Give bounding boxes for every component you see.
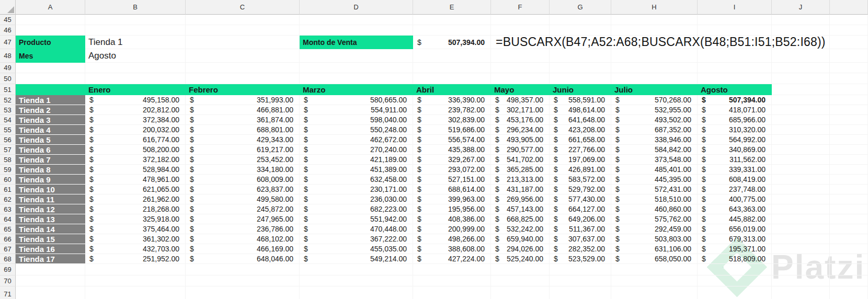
- cell-F48[interactable]: [491, 49, 550, 63]
- cell-C66[interactable]: $468,102.00: [186, 234, 300, 244]
- store-label-A62[interactable]: Tienda 11: [16, 194, 85, 204]
- row-header-45[interactable]: 45: [0, 15, 16, 25]
- cell-I68[interactable]: $518,809.00: [698, 254, 772, 264]
- cell-E55[interactable]: $519,686.00: [413, 125, 491, 135]
- cell-E50[interactable]: [413, 73, 491, 84]
- cell-H60[interactable]: $445,395.00: [611, 175, 698, 185]
- cell-J46[interactable]: [772, 25, 830, 36]
- column-header-F[interactable]: F: [491, 0, 550, 15]
- cell-C69[interactable]: [186, 264, 300, 275]
- cell-H54[interactable]: $493,502.00: [611, 115, 698, 125]
- cell-G59[interactable]: $426,891.00: [550, 165, 611, 175]
- cell-G55[interactable]: $423,208.00: [550, 125, 611, 135]
- cell-J49[interactable]: [772, 63, 830, 73]
- cell-I71[interactable]: [698, 286, 772, 299]
- cell-G66[interactable]: $307,637.00: [550, 234, 611, 244]
- cell-F59[interactable]: $365,285.00: [491, 165, 550, 175]
- store-label-A58[interactable]: Tienda 7: [16, 155, 85, 165]
- cell-D62[interactable]: $236,030.00: [300, 194, 413, 204]
- cell-H58[interactable]: $373,548.00: [611, 155, 698, 165]
- cell-B46[interactable]: [85, 25, 186, 36]
- cell-E65[interactable]: $200,999.00: [413, 224, 491, 234]
- row-header-52[interactable]: 52: [0, 95, 16, 105]
- cell-B48[interactable]: Agosto: [85, 49, 186, 63]
- cell-C57[interactable]: $619,217.00: [186, 145, 300, 155]
- store-label-A60[interactable]: Tienda 9: [16, 175, 85, 185]
- store-label-A55[interactable]: Tienda 4: [16, 125, 85, 135]
- row-header-57[interactable]: 57: [0, 145, 16, 155]
- cell-I49[interactable]: [698, 63, 772, 73]
- store-label-A59[interactable]: Tienda 8: [16, 165, 85, 175]
- cell-J71[interactable]: [772, 286, 830, 299]
- cell-F58[interactable]: $541,702.00: [491, 155, 550, 165]
- cell-D58[interactable]: $421,189.00: [300, 155, 413, 165]
- cell-C62[interactable]: $499,580.00: [186, 194, 300, 204]
- cell-F64[interactable]: $668,825.00: [491, 214, 550, 224]
- cell-C67[interactable]: $466,169.00: [186, 244, 300, 254]
- cell-J50[interactable]: [772, 73, 830, 84]
- cell-H52[interactable]: $570,268.00: [611, 95, 698, 105]
- row-header-48[interactable]: 48: [0, 49, 16, 63]
- cell-G60[interactable]: $583,572.00: [550, 175, 611, 185]
- column-header-H[interactable]: H: [611, 0, 698, 15]
- cell-E53[interactable]: $239,782.00: [413, 105, 491, 115]
- cell-B45[interactable]: [85, 15, 186, 25]
- cell-B52[interactable]: $495,158.00: [85, 95, 186, 105]
- month-header-I51[interactable]: Agosto: [698, 84, 772, 95]
- cell-G50[interactable]: [550, 73, 611, 84]
- cell-B59[interactable]: $528,984.00: [85, 165, 186, 175]
- cell-I67[interactable]: $195,371.00: [698, 244, 772, 254]
- store-label-A57[interactable]: Tienda 6: [16, 145, 85, 155]
- cell-C50[interactable]: [186, 73, 300, 84]
- cell-F62[interactable]: $269,956.00: [491, 194, 550, 204]
- cell-E59[interactable]: $293,072.00: [413, 165, 491, 175]
- cell-I69[interactable]: [698, 264, 772, 275]
- cell-C71[interactable]: [186, 286, 300, 299]
- row-header-61[interactable]: 61: [0, 185, 16, 194]
- cell-C58[interactable]: $253,452.00: [186, 155, 300, 165]
- cell-G64[interactable]: $649,206.00: [550, 214, 611, 224]
- column-header-E[interactable]: E: [413, 0, 491, 15]
- cell-I65[interactable]: $656,019.00: [698, 224, 772, 234]
- cell-H68[interactable]: $658,050.00: [611, 254, 698, 264]
- cell-B62[interactable]: $261,962.00: [85, 194, 186, 204]
- cell-E68[interactable]: $427,224.00: [413, 254, 491, 264]
- cell-B54[interactable]: $372,384.00: [85, 115, 186, 125]
- cell-D64[interactable]: $551,942.00: [300, 214, 413, 224]
- row-header-51[interactable]: 51: [0, 84, 16, 95]
- row-header-65[interactable]: 65: [0, 224, 16, 234]
- cell-G49[interactable]: [550, 63, 611, 73]
- cell-E71[interactable]: [413, 286, 491, 299]
- cell-B56[interactable]: $616,774.00: [85, 135, 186, 145]
- cell-A45[interactable]: [16, 15, 85, 25]
- cell-C45[interactable]: [186, 15, 300, 25]
- cell-D69[interactable]: [300, 264, 413, 275]
- cell-B50[interactable]: [85, 73, 186, 84]
- cell-B60[interactable]: $478,961.00: [85, 175, 186, 185]
- cell-E64[interactable]: $408,386.00: [413, 214, 491, 224]
- cell-C55[interactable]: $688,801.00: [186, 125, 300, 135]
- cell-C53[interactable]: $466,881.00: [186, 105, 300, 115]
- cell-D53[interactable]: $554,911.00: [300, 105, 413, 115]
- cell-G45[interactable]: [550, 15, 611, 25]
- cell-I53[interactable]: $418,071.00: [698, 105, 772, 115]
- cell-E61[interactable]: $688,614.00: [413, 185, 491, 194]
- cell-B53[interactable]: $202,812.00: [85, 105, 186, 115]
- cell-G53[interactable]: $498,614.00: [550, 105, 611, 115]
- cell-B55[interactable]: $200,032.00: [85, 125, 186, 135]
- cell-H49[interactable]: [611, 63, 698, 73]
- cell-C59[interactable]: $334,180.00: [186, 165, 300, 175]
- cell-B65[interactable]: $375,464.00: [85, 224, 186, 234]
- cell-F52[interactable]: $498,357.00: [491, 95, 550, 105]
- month-header-G51[interactable]: Junio: [550, 84, 611, 95]
- cell-E69[interactable]: [413, 264, 491, 275]
- cell-H63[interactable]: $460,860.00: [611, 204, 698, 214]
- cell-F68[interactable]: $525,240.00: [491, 254, 550, 264]
- cell-E60[interactable]: $527,151.00: [413, 175, 491, 185]
- month-header-H51[interactable]: Julio: [611, 84, 698, 95]
- cell-G56[interactable]: $661,658.00: [550, 135, 611, 145]
- cell-H64[interactable]: $575,762.00: [611, 214, 698, 224]
- cell-B68[interactable]: $251,952.00: [85, 254, 186, 264]
- store-label-A63[interactable]: Tienda 12: [16, 204, 85, 214]
- cell-J55[interactable]: [772, 125, 830, 135]
